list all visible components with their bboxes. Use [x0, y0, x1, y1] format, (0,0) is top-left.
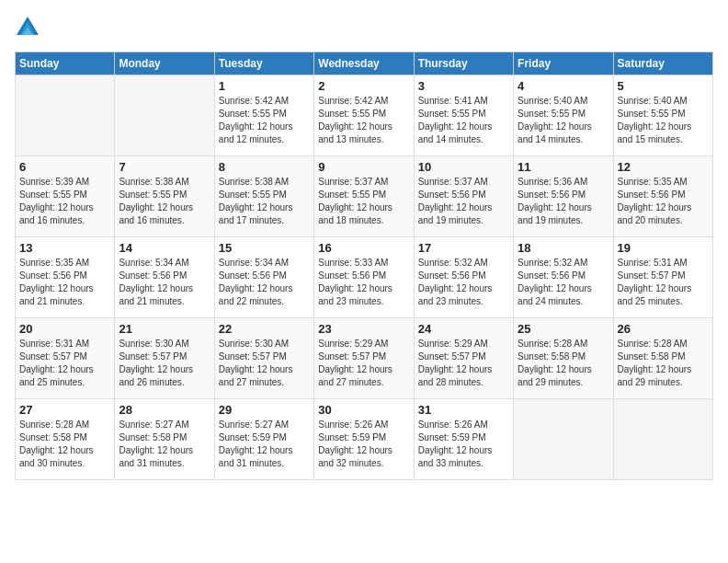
cell-content: Sunrise: 5:35 AMSunset: 5:56 PMDaylight:…: [19, 257, 110, 308]
week-row-1: 1Sunrise: 5:42 AMSunset: 5:55 PMDaylight…: [16, 75, 713, 156]
day-number: 26: [618, 322, 709, 336]
day-number: 28: [119, 403, 210, 417]
column-header-wednesday: Wednesday: [314, 52, 414, 75]
calendar-cell: 31Sunrise: 5:26 AMSunset: 5:59 PMDayligh…: [414, 399, 513, 480]
day-number: 8: [219, 160, 310, 174]
calendar-cell: 14Sunrise: 5:34 AMSunset: 5:56 PMDayligh…: [115, 237, 214, 318]
calendar-cell: 4Sunrise: 5:40 AMSunset: 5:55 PMDaylight…: [514, 75, 613, 156]
calendar-cell: 11Sunrise: 5:36 AMSunset: 5:56 PMDayligh…: [514, 156, 613, 237]
calendar-cell: 5Sunrise: 5:40 AMSunset: 5:55 PMDaylight…: [613, 75, 712, 156]
day-number: 17: [418, 241, 509, 255]
column-header-thursday: Thursday: [414, 52, 513, 75]
column-header-sunday: Sunday: [16, 52, 115, 75]
day-number: 30: [318, 403, 409, 417]
cell-content: Sunrise: 5:37 AMSunset: 5:56 PMDaylight:…: [418, 176, 509, 227]
calendar-cell: 2Sunrise: 5:42 AMSunset: 5:55 PMDaylight…: [314, 75, 414, 156]
cell-content: Sunrise: 5:29 AMSunset: 5:57 PMDaylight:…: [418, 338, 509, 389]
calendar-cell: [514, 399, 613, 480]
calendar-header: SundayMondayTuesdayWednesdayThursdayFrid…: [16, 52, 713, 75]
calendar-cell: 22Sunrise: 5:30 AMSunset: 5:57 PMDayligh…: [214, 318, 313, 399]
column-header-saturday: Saturday: [613, 52, 712, 75]
cell-content: Sunrise: 5:42 AMSunset: 5:55 PMDaylight:…: [318, 95, 409, 146]
calendar-cell: 13Sunrise: 5:35 AMSunset: 5:56 PMDayligh…: [16, 237, 115, 318]
column-header-monday: Monday: [115, 52, 214, 75]
day-number: 19: [618, 241, 709, 255]
calendar-cell: 7Sunrise: 5:38 AMSunset: 5:55 PMDaylight…: [115, 156, 214, 237]
day-number: 15: [219, 241, 310, 255]
cell-content: Sunrise: 5:33 AMSunset: 5:56 PMDaylight:…: [318, 257, 409, 308]
calendar-cell: 18Sunrise: 5:32 AMSunset: 5:56 PMDayligh…: [514, 237, 613, 318]
calendar-cell: 17Sunrise: 5:32 AMSunset: 5:56 PMDayligh…: [414, 237, 513, 318]
calendar-cell: 12Sunrise: 5:35 AMSunset: 5:56 PMDayligh…: [613, 156, 712, 237]
day-number: 29: [219, 403, 310, 417]
cell-content: Sunrise: 5:36 AMSunset: 5:56 PMDaylight:…: [518, 176, 609, 227]
day-number: 27: [19, 403, 110, 417]
day-number: 25: [518, 322, 609, 336]
cell-content: Sunrise: 5:28 AMSunset: 5:58 PMDaylight:…: [618, 338, 709, 389]
calendar-cell: 9Sunrise: 5:37 AMSunset: 5:55 PMDaylight…: [314, 156, 414, 237]
day-number: 16: [318, 241, 409, 255]
calendar-cell: 6Sunrise: 5:39 AMSunset: 5:55 PMDaylight…: [16, 156, 115, 237]
calendar-cell: 20Sunrise: 5:31 AMSunset: 5:57 PMDayligh…: [16, 318, 115, 399]
day-number: 1: [219, 79, 310, 93]
cell-content: Sunrise: 5:27 AMSunset: 5:58 PMDaylight:…: [119, 419, 210, 470]
day-number: 2: [318, 79, 409, 93]
cell-content: Sunrise: 5:26 AMSunset: 5:59 PMDaylight:…: [418, 419, 509, 470]
cell-content: Sunrise: 5:30 AMSunset: 5:57 PMDaylight:…: [219, 338, 310, 389]
day-number: 6: [19, 160, 110, 174]
day-number: 31: [418, 403, 509, 417]
day-number: 21: [119, 322, 210, 336]
calendar-cell: 25Sunrise: 5:28 AMSunset: 5:58 PMDayligh…: [514, 318, 613, 399]
day-number: 10: [418, 160, 509, 174]
week-row-3: 13Sunrise: 5:35 AMSunset: 5:56 PMDayligh…: [16, 237, 713, 318]
cell-content: Sunrise: 5:37 AMSunset: 5:55 PMDaylight:…: [318, 176, 409, 227]
column-header-friday: Friday: [514, 52, 613, 75]
day-number: 18: [518, 241, 609, 255]
calendar-cell: 24Sunrise: 5:29 AMSunset: 5:57 PMDayligh…: [414, 318, 513, 399]
day-number: 3: [418, 79, 509, 93]
calendar-cell: 26Sunrise: 5:28 AMSunset: 5:58 PMDayligh…: [613, 318, 712, 399]
calendar-cell: 15Sunrise: 5:34 AMSunset: 5:56 PMDayligh…: [214, 237, 313, 318]
week-row-2: 6Sunrise: 5:39 AMSunset: 5:55 PMDaylight…: [16, 156, 713, 237]
cell-content: Sunrise: 5:31 AMSunset: 5:57 PMDaylight:…: [618, 257, 709, 308]
day-number: 24: [418, 322, 509, 336]
cell-content: Sunrise: 5:42 AMSunset: 5:55 PMDaylight:…: [219, 95, 310, 146]
cell-content: Sunrise: 5:38 AMSunset: 5:55 PMDaylight:…: [119, 176, 210, 227]
calendar-cell: 27Sunrise: 5:28 AMSunset: 5:58 PMDayligh…: [16, 399, 115, 480]
cell-content: Sunrise: 5:31 AMSunset: 5:57 PMDaylight:…: [19, 338, 110, 389]
calendar-cell: [613, 399, 712, 480]
calendar-cell: [115, 75, 214, 156]
day-number: 5: [618, 79, 709, 93]
day-number: 9: [318, 160, 409, 174]
calendar-body: 1Sunrise: 5:42 AMSunset: 5:55 PMDaylight…: [16, 75, 713, 480]
cell-content: Sunrise: 5:28 AMSunset: 5:58 PMDaylight:…: [19, 419, 110, 470]
day-number: 12: [618, 160, 709, 174]
day-number: 11: [518, 160, 609, 174]
cell-content: Sunrise: 5:39 AMSunset: 5:55 PMDaylight:…: [19, 176, 110, 227]
calendar-cell: 16Sunrise: 5:33 AMSunset: 5:56 PMDayligh…: [314, 237, 414, 318]
calendar-table: SundayMondayTuesdayWednesdayThursdayFrid…: [15, 52, 713, 480]
column-header-tuesday: Tuesday: [214, 52, 313, 75]
cell-content: Sunrise: 5:28 AMSunset: 5:58 PMDaylight:…: [518, 338, 609, 389]
cell-content: Sunrise: 5:26 AMSunset: 5:59 PMDaylight:…: [318, 419, 409, 470]
cell-content: Sunrise: 5:40 AMSunset: 5:55 PMDaylight:…: [518, 95, 609, 146]
day-number: 4: [518, 79, 609, 93]
day-number: 23: [318, 322, 409, 336]
calendar-cell: 29Sunrise: 5:27 AMSunset: 5:59 PMDayligh…: [214, 399, 313, 480]
cell-content: Sunrise: 5:30 AMSunset: 5:57 PMDaylight:…: [119, 338, 210, 389]
cell-content: Sunrise: 5:34 AMSunset: 5:56 PMDaylight:…: [119, 257, 210, 308]
cell-content: Sunrise: 5:41 AMSunset: 5:55 PMDaylight:…: [418, 95, 509, 146]
logo: [15, 15, 44, 40]
calendar-cell: 1Sunrise: 5:42 AMSunset: 5:55 PMDaylight…: [214, 75, 313, 156]
cell-content: Sunrise: 5:35 AMSunset: 5:56 PMDaylight:…: [618, 176, 709, 227]
week-row-4: 20Sunrise: 5:31 AMSunset: 5:57 PMDayligh…: [16, 318, 713, 399]
calendar-cell: 3Sunrise: 5:41 AMSunset: 5:55 PMDaylight…: [414, 75, 513, 156]
calendar-cell: 30Sunrise: 5:26 AMSunset: 5:59 PMDayligh…: [314, 399, 414, 480]
calendar-cell: 21Sunrise: 5:30 AMSunset: 5:57 PMDayligh…: [115, 318, 214, 399]
cell-content: Sunrise: 5:29 AMSunset: 5:57 PMDaylight:…: [318, 338, 409, 389]
day-number: 20: [19, 322, 110, 336]
calendar-cell: 10Sunrise: 5:37 AMSunset: 5:56 PMDayligh…: [414, 156, 513, 237]
header-row: SundayMondayTuesdayWednesdayThursdayFrid…: [16, 52, 713, 75]
calendar-cell: 19Sunrise: 5:31 AMSunset: 5:57 PMDayligh…: [613, 237, 712, 318]
cell-content: Sunrise: 5:40 AMSunset: 5:55 PMDaylight:…: [618, 95, 709, 146]
